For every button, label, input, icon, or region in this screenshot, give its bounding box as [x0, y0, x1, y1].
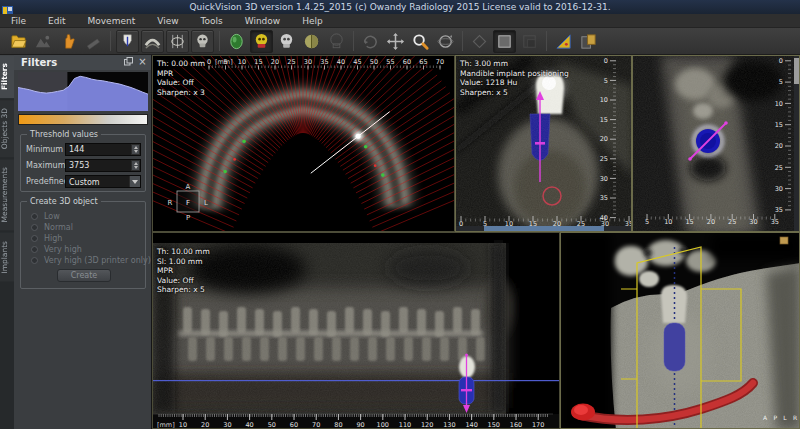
svg-text:30: 30: [223, 421, 231, 429]
sidebar-tab-implants[interactable]: Implants: [0, 233, 14, 282]
volume-3d-image: A P L R H F: [561, 233, 800, 429]
svg-text:35: 35: [320, 58, 328, 66]
skull-color-icon[interactable]: [250, 30, 273, 53]
svg-text:L: L: [204, 199, 208, 207]
menu-item[interactable]: Help: [291, 14, 334, 27]
minimum-value-spinner[interactable]: [131, 144, 140, 155]
select-region-icon[interactable]: [493, 30, 516, 53]
svg-text:65: 65: [419, 58, 427, 66]
filters-panel: Filters × Threshold values Minimum value…: [14, 55, 152, 429]
svg-text:50: 50: [268, 421, 276, 429]
svg-text:15: 15: [685, 218, 693, 226]
slices-view-icon[interactable]: [166, 30, 189, 53]
menu-item[interactable]: File: [0, 14, 37, 27]
quality-radio-row[interactable]: Very high: [21, 245, 145, 256]
svg-text:10: 10: [600, 96, 608, 104]
radio-icon: [31, 246, 38, 253]
float-panel-icon[interactable]: [123, 56, 134, 67]
predefined-label: Predefined: [26, 177, 69, 186]
sidebar-tab-filters[interactable]: Filters: [0, 55, 14, 98]
svg-text:10: 10: [238, 58, 246, 66]
panoramic-viewport[interactable]: Th: 10.00 mmSl: 1.00 mmMPRValue: OffShar…: [152, 232, 560, 429]
panel-menu-button[interactable]: [780, 237, 788, 244]
svg-text:35: 35: [600, 194, 608, 202]
minimum-value-input[interactable]: [65, 143, 141, 156]
implant-view-icon[interactable]: [116, 30, 139, 53]
sidebar-tab-objects-3d[interactable]: Objects 3D: [0, 100, 14, 157]
close-panel-icon[interactable]: ×: [137, 56, 148, 67]
quality-radio-row[interactable]: Normal: [21, 223, 145, 234]
svg-text:5: 5: [223, 58, 227, 66]
threshold-histogram[interactable]: [18, 72, 148, 111]
volume-3d-viewport[interactable]: A P L R H F: [560, 232, 800, 429]
radio-label: High: [44, 234, 62, 243]
svg-text:100: 100: [377, 421, 389, 429]
edit-tool-icon[interactable]: [82, 30, 105, 53]
export-icon[interactable]: [32, 30, 55, 53]
svg-text:P: P: [186, 214, 190, 222]
skull-gray-icon[interactable]: [275, 30, 298, 53]
app-icon: [2, 2, 13, 13]
svg-text:A: A: [186, 183, 191, 191]
perpendicular-viewport[interactable]: 051015202530355101520253035: [632, 55, 800, 232]
radio-label: Normal: [44, 223, 73, 232]
pan-tool-icon[interactable]: [384, 30, 407, 53]
svg-text:120: 120: [421, 421, 433, 429]
perp-vertical-scrollbar[interactable]: [794, 56, 799, 231]
skull-view-icon[interactable]: [191, 30, 214, 53]
crop-region-icon[interactable]: [518, 30, 541, 53]
menu-item[interactable]: Tools: [190, 14, 234, 27]
svg-text:25: 25: [775, 164, 783, 172]
create-button[interactable]: Create: [57, 269, 111, 282]
svg-text:150: 150: [488, 421, 500, 429]
chevron-down-icon[interactable]: [129, 176, 140, 187]
menu-item[interactable]: Window: [234, 14, 292, 27]
menubar: FileEditMovementViewToolsWindowHelp: [0, 14, 800, 28]
menu-item[interactable]: Edit: [37, 14, 76, 27]
threshold-groupbox: Threshold values Minimum value Maximum v…: [20, 134, 146, 192]
panoramic-image: [mm]102030405060708090100110120130140150…: [153, 233, 560, 429]
menu-item[interactable]: View: [146, 14, 189, 27]
maximum-value-spinner[interactable]: [131, 160, 140, 171]
orbit-tool-icon[interactable]: [434, 30, 457, 53]
menu-item[interactable]: Movement: [77, 14, 147, 27]
viewport-grid: Th: 0.00 mmMPRValue: OffSharpen: x 3 0[m…: [152, 55, 800, 429]
svg-text:15: 15: [254, 58, 262, 66]
quality-radio-row[interactable]: High: [21, 234, 145, 245]
sidebar-tabstrip: FiltersObjects 3DMeasurementsImplants: [0, 55, 14, 429]
rotate-tool-icon[interactable]: [359, 30, 382, 53]
perpendicular-image: 051015202530355101520253035: [633, 56, 800, 232]
svg-text:160: 160: [510, 421, 522, 429]
create-3d-group-label: Create 3D object: [27, 197, 101, 206]
svg-text:35: 35: [775, 206, 783, 214]
quality-radio-row[interactable]: Very high (3D printer only): [21, 256, 145, 267]
measure-tool-icon[interactable]: [552, 30, 575, 53]
svg-text:10: 10: [179, 421, 187, 429]
sidebar-tab-measurements[interactable]: Measurements: [0, 159, 14, 230]
svg-text:90: 90: [356, 421, 364, 429]
clip-sphere-icon[interactable]: [300, 30, 323, 53]
radio-label: Very high: [44, 245, 82, 254]
open-patient-icon[interactable]: [7, 30, 30, 53]
axial-viewport[interactable]: Th: 0.00 mmMPRValue: OffSharpen: x 3 0[m…: [152, 55, 455, 232]
quality-radio-row[interactable]: Low: [21, 212, 145, 223]
layout-windows-icon[interactable]: [577, 30, 600, 53]
cross-section-viewport[interactable]: Th: 3.00 mmMandible implant positioningV…: [455, 55, 632, 232]
create-3d-groupbox: Create 3D object Low Normal H: [20, 201, 146, 289]
radio-label: Very high (3D printer only): [44, 256, 151, 265]
surface-3d-icon[interactable]: [225, 30, 248, 53]
toolbar: [0, 28, 800, 55]
diamond-tool-icon[interactable]: [468, 30, 491, 53]
svg-text:140: 140: [465, 421, 477, 429]
svg-text:70: 70: [312, 421, 320, 429]
skull-faint-icon[interactable]: [325, 30, 348, 53]
cross-horizontal-scrollbar[interactable]: [456, 226, 631, 231]
maximum-value-input[interactable]: [65, 159, 141, 172]
predefined-select[interactable]: Custom: [65, 175, 141, 188]
implant-3d: [664, 323, 685, 371]
zoom-tool-icon[interactable]: [409, 30, 432, 53]
panoramic-view-icon[interactable]: [141, 30, 164, 53]
svg-text:60: 60: [290, 421, 298, 429]
hand-tool-icon[interactable]: [57, 30, 80, 53]
svg-text:20: 20: [600, 135, 608, 143]
